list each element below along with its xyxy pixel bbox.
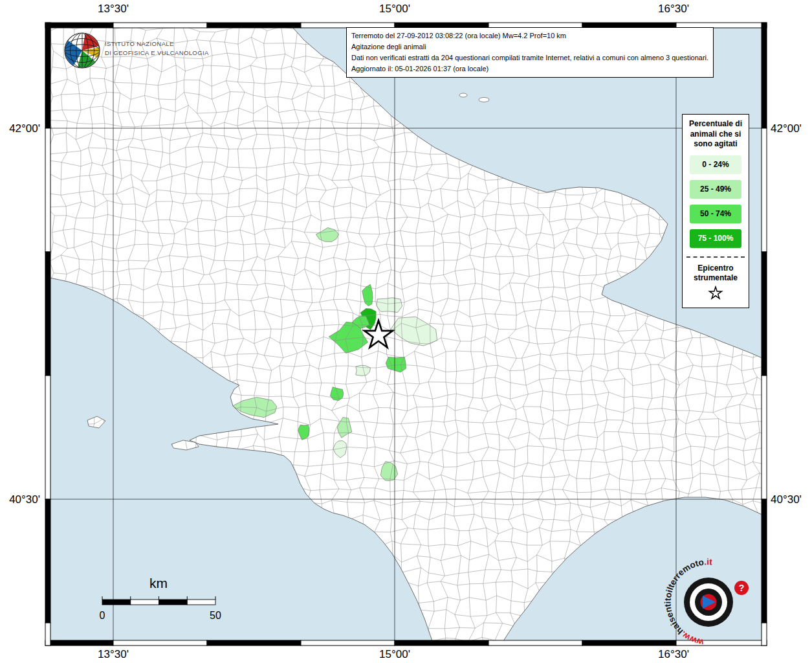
- legend-swatches: 0 - 24%25 - 49%50 - 74%75 - 100%: [686, 155, 745, 248]
- ingv-name-line1: ISTITUTO NAZIONALE: [105, 39, 209, 49]
- axis-label-left-2: 40°30': [0, 493, 40, 506]
- watermark-tld: .it: [704, 557, 713, 567]
- axis-label-bottom-1: 13°30': [98, 648, 129, 661]
- axis-label-top-3: 16°30': [658, 3, 689, 16]
- axis-label-top-1: 13°30': [98, 3, 129, 16]
- ingv-name-line2: DI GEOFISICA E VULCANOLOGIA: [105, 49, 209, 58]
- legend-epicenter-label: Epicentro strumentale: [686, 264, 745, 284]
- legend-swatch-0: 0 - 24%: [690, 155, 741, 174]
- agitation-patch-3: [377, 298, 402, 313]
- map-page: ? www.haisentitoilterremoto.it ISTITUTO …: [0, 0, 812, 663]
- legend-divider: [686, 256, 745, 258]
- earthquake-info-box: Terremoto del 27-09-2012 03:08:22 (ora l…: [346, 27, 714, 78]
- legend-swatch-1: 25 - 49%: [690, 180, 741, 199]
- ingv-logo-globe: [65, 33, 100, 68]
- axis-label-right-2: 40°30': [771, 493, 802, 506]
- epicenter-star-symbol: [707, 286, 724, 301]
- axis-label-bottom-3: 16°30': [658, 648, 689, 661]
- scalebar-start-label: 0: [93, 610, 112, 622]
- legend-swatch-2: 50 - 74%: [690, 205, 741, 223]
- question-mark: ?: [739, 583, 745, 593]
- info-line-source: Dati non verificati estratti da 204 ques…: [351, 52, 708, 63]
- info-line-subject: Agitazione degli animali: [351, 41, 708, 52]
- axis-label-left-1: 42°00': [0, 122, 40, 135]
- info-line-updated: Aggiornato il: 05-01-2026 01:37 (ora loc…: [351, 63, 708, 74]
- scalebar-end-label: 50: [206, 610, 225, 622]
- axis-label-bottom-2: 15°00': [379, 648, 410, 661]
- map-canvas: ? www.haisentitoilterremoto.it: [0, 0, 812, 663]
- legend-title: Percentuale di animali che si sono agita…: [686, 119, 745, 150]
- legend-panel: Percentuale di animali che si sono agita…: [682, 114, 749, 308]
- axis-label-top-2: 15°00': [379, 3, 410, 16]
- ingv-logo-text: ISTITUTO NAZIONALE DI GEOFISICA E VULCAN…: [105, 39, 209, 58]
- info-line-event: Terremoto del 27-09-2012 03:08:22 (ora l…: [351, 30, 708, 41]
- scalebar-unit-label: km: [139, 576, 178, 591]
- legend-swatch-3: 75 - 100%: [690, 229, 741, 248]
- axis-label-right-1: 42°00': [771, 122, 802, 135]
